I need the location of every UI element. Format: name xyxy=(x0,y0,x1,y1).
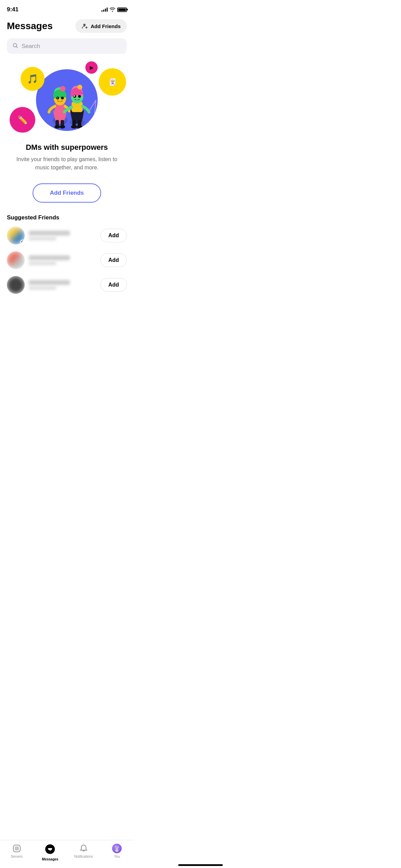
svg-point-22 xyxy=(92,121,95,124)
svg-point-11 xyxy=(54,125,60,129)
friend-avatar-3 xyxy=(7,276,25,294)
friend-left-2 xyxy=(7,251,70,269)
add-friends-header-label: Add Friends xyxy=(90,23,121,29)
svg-point-16 xyxy=(77,85,82,89)
svg-point-25 xyxy=(71,125,77,129)
friend-info-2 xyxy=(29,255,70,265)
header: Messages Add Friends xyxy=(0,16,134,38)
svg-point-19 xyxy=(74,95,75,97)
friend-name-2 xyxy=(29,255,70,260)
page-title: Messages xyxy=(7,21,53,32)
status-time: 9:41 xyxy=(7,6,19,13)
dms-subtitle: Invite your friends to play games, liste… xyxy=(10,155,123,172)
friend-info-1 xyxy=(29,231,70,240)
draw-bubble: ✏️ xyxy=(10,107,35,133)
status-icons xyxy=(101,8,127,12)
friend-left-1 xyxy=(7,227,70,244)
friend-meta-3 xyxy=(29,286,56,290)
search-container: Search xyxy=(0,38,134,61)
cards-bubble: 🃏 xyxy=(99,68,126,96)
friend-info-3 xyxy=(29,280,70,290)
friend-name-3 xyxy=(29,280,70,285)
status-bar: 9:41 xyxy=(0,0,134,16)
search-icon xyxy=(12,43,18,50)
add-friends-header-button[interactable]: Add Friends xyxy=(75,19,127,33)
add-friends-main-label: Add Friends xyxy=(50,190,84,196)
dms-section: DMs with superpowers Invite your friends… xyxy=(0,136,134,175)
friend-add-button-3[interactable]: Add xyxy=(100,278,127,292)
svg-point-0 xyxy=(83,24,86,26)
search-bar[interactable]: Search xyxy=(7,38,127,54)
wifi-icon xyxy=(110,8,115,12)
main-illustration-circle xyxy=(36,69,98,131)
play-bubble: ▶ xyxy=(85,61,98,74)
friend-row: Add xyxy=(7,227,127,244)
svg-point-18 xyxy=(78,95,81,98)
svg-point-12 xyxy=(60,125,65,129)
friend-add-button-1[interactable]: Add xyxy=(100,229,127,242)
friend-row: Add xyxy=(7,251,127,269)
suggested-friends-section: Suggested Friends Add xyxy=(0,211,134,294)
svg-point-26 xyxy=(76,125,83,129)
add-friends-main-button[interactable]: Add Friends xyxy=(33,183,101,203)
battery-icon xyxy=(117,8,127,12)
search-placeholder: Search xyxy=(22,43,40,50)
illustration-area: 🎵 ✏️ 🃏 ▶ xyxy=(0,61,134,136)
signal-bars-icon xyxy=(101,8,108,12)
friend-meta-1 xyxy=(29,237,56,240)
svg-point-5 xyxy=(60,86,65,92)
friend-avatar-2 xyxy=(7,251,25,269)
friend-left-3 xyxy=(7,276,70,294)
friend-meta-2 xyxy=(29,262,56,265)
friend-avatar-1 xyxy=(7,227,25,244)
characters-illustration xyxy=(36,69,98,131)
music-bubble: 🎵 xyxy=(21,67,45,91)
friend-row: Add xyxy=(7,276,127,294)
friend-add-button-2[interactable]: Add xyxy=(100,253,127,267)
suggested-friends-title: Suggested Friends xyxy=(7,214,127,221)
dms-title: DMs with superpowers xyxy=(10,143,123,152)
friend-name-1 xyxy=(29,231,70,236)
svg-point-7 xyxy=(61,97,64,99)
add-person-icon xyxy=(82,23,88,29)
